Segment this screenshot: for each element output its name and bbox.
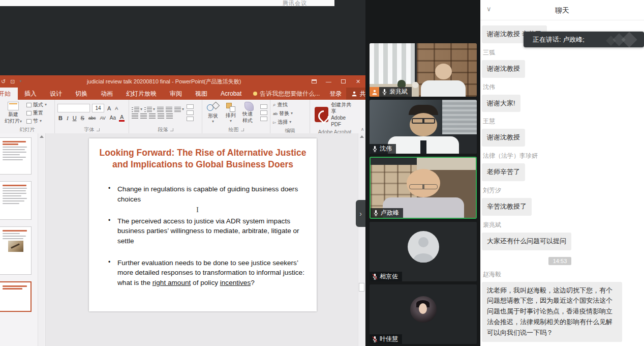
- shape-fill-button[interactable]: [260, 104, 267, 109]
- line-spacing-button[interactable]: ▾: [174, 107, 184, 112]
- font-size-box[interactable]: 14: [92, 104, 104, 112]
- mic-muted-icon: [372, 273, 378, 280]
- change-case-button[interactable]: Aa: [109, 115, 117, 121]
- convert-smartart-button[interactable]: [187, 117, 194, 121]
- scroll-up-icon[interactable]: [360, 135, 364, 138]
- video-panel-collapse-handle[interactable]: ›: [356, 200, 365, 227]
- slide-thumbnail-3[interactable]: [0, 226, 32, 275]
- chat-sender: 法律（法学）李珍妍: [483, 152, 638, 160]
- video-tile-shenwei[interactable]: 沈伟: [370, 100, 477, 154]
- font-name-box[interactable]: [57, 104, 90, 112]
- align-right-icon[interactable]: [149, 113, 156, 119]
- video-tile-peizhaobin[interactable]: 裴兆斌: [370, 43, 477, 97]
- increase-indent-icon[interactable]: [166, 107, 172, 112]
- minimize-button[interactable]: —: [321, 75, 336, 88]
- scroll-up-icon[interactable]: [40, 135, 44, 138]
- meeting-screen: 腾讯会议 ↺ ⊡ ▾ judicial review talk 20200810…: [0, 0, 644, 346]
- ribbon-display-options-button[interactable]: [306, 75, 321, 88]
- align-text-button[interactable]: [187, 110, 194, 115]
- reset-button[interactable]: 重置: [26, 109, 47, 117]
- sign-in-button[interactable]: 登录: [325, 88, 346, 100]
- new-slide-icon: [8, 102, 19, 110]
- align-center-icon[interactable]: [140, 113, 147, 119]
- shapes-button[interactable]: 形状▾: [205, 101, 221, 124]
- ribbon-group-editing: ⌕查找 ab替换▾ ▻选择▾ 编辑: [270, 100, 310, 133]
- underline-button[interactable]: U: [72, 115, 78, 121]
- shrink-font-button[interactable]: A: [114, 106, 119, 111]
- video-participants-column: 裴兆斌 沈伟 卢政峰: [365, 0, 480, 346]
- decrease-indent-icon[interactable]: [157, 107, 164, 112]
- font-color-button[interactable]: A: [119, 114, 125, 122]
- dialog-launcher-icon[interactable]: [241, 128, 244, 131]
- participant-name: 叶佳慧: [380, 335, 398, 343]
- bold-button[interactable]: B: [57, 115, 64, 121]
- strikethrough-button[interactable]: S: [80, 115, 85, 121]
- slide-thumbnail-4-selected[interactable]: [0, 281, 32, 312]
- text-direction-button[interactable]: [187, 104, 194, 109]
- grow-font-button[interactable]: A: [106, 105, 112, 111]
- tab-animations[interactable]: 动画: [94, 88, 119, 100]
- share-button[interactable]: 共享: [346, 88, 365, 100]
- shape-effects-button[interactable]: [260, 117, 267, 121]
- tab-slideshow[interactable]: 幻灯片放映: [119, 88, 163, 100]
- chat-timestamp: 14:53: [548, 257, 572, 265]
- chat-bubble: 谢谢沈教授: [482, 129, 525, 147]
- select-button[interactable]: ▻选择▾: [273, 119, 293, 126]
- italic-button[interactable]: I: [66, 115, 70, 121]
- numbering-button[interactable]: ▾: [144, 107, 155, 112]
- slideshow-icon[interactable]: ⊡: [10, 78, 15, 85]
- video-tile-yejiahui[interactable]: 叶佳慧: [370, 284, 477, 344]
- chat-bubble: 辛苦沈教授了: [482, 198, 532, 216]
- tab-insert[interactable]: 插入: [18, 88, 43, 100]
- slide-thumbnail-2[interactable]: [0, 181, 32, 220]
- create-share-pdf-button[interactable]: 创建并共享Adobe PDF: [313, 101, 357, 128]
- find-button[interactable]: ⌕查找: [273, 101, 293, 108]
- collapse-ribbon-button[interactable]: ∧: [359, 100, 365, 133]
- arrange-button[interactable]: 排列▾: [224, 102, 238, 124]
- undo-icon[interactable]: ↺: [1, 78, 6, 85]
- video-tile-xiangjingzuo[interactable]: 相京佐: [370, 222, 477, 281]
- new-slide-button[interactable]: 新建 幻灯片▾: [3, 101, 24, 125]
- maximize-button[interactable]: [336, 75, 351, 88]
- gavel-image-thumbnail: [8, 241, 23, 252]
- search-icon: ⌕: [273, 102, 276, 108]
- chat-bubble: 老师辛苦了: [482, 163, 525, 181]
- canvas-scrollbar[interactable]: [358, 133, 365, 346]
- align-left-icon[interactable]: [132, 113, 138, 119]
- tell-me-box[interactable]: 告诉我您想要做什么...: [248, 88, 325, 100]
- chat-message-list[interactable]: 谢谢沈教授 辛苦了 三狐 谢谢沈教授 沈伟 谢谢大家! 王慧 谢谢沈教授 法律（…: [480, 20, 644, 346]
- slide-editing-surface[interactable]: Looking Forward: The Rise of Alternative…: [89, 138, 317, 311]
- shape-outline-button[interactable]: [260, 110, 267, 115]
- tab-design[interactable]: 设计: [43, 88, 69, 100]
- bullets-button[interactable]: ▾: [132, 107, 142, 112]
- columns-icon[interactable]: [166, 113, 173, 119]
- chat-sender: 赵海毅: [483, 270, 638, 279]
- slide-body-text: Change in regulations is capable of guid…: [107, 184, 314, 288]
- qat-caret-icon[interactable]: ▾: [19, 79, 21, 83]
- slide-thumbnail-1[interactable]: [0, 137, 32, 175]
- tab-home[interactable]: 开始: [0, 88, 18, 100]
- close-button[interactable]: ✕: [351, 75, 365, 88]
- quick-styles-button[interactable]: 快速样式: [240, 101, 258, 124]
- tab-transitions[interactable]: 切换: [69, 88, 94, 100]
- layout-button[interactable]: 版式▾: [26, 101, 47, 108]
- quick-access-toolbar[interactable]: ↺ ⊡ ▾: [1, 78, 21, 85]
- character-spacing-button[interactable]: AV: [99, 116, 106, 121]
- arrange-icon: [226, 102, 236, 112]
- tab-acrobat[interactable]: Acrobat: [214, 88, 248, 100]
- clear-formatting-button[interactable]: abc: [87, 116, 97, 121]
- video-tile-luzhengfeng-speaking[interactable]: 卢政峰: [370, 157, 477, 219]
- replace-button[interactable]: ab替换▾: [273, 110, 293, 117]
- powerpoint-window: ↺ ⊡ ▾ judicial review talk 20200810 fina…: [0, 75, 365, 346]
- dialog-launcher-icon[interactable]: [97, 128, 100, 131]
- dialog-launcher-icon[interactable]: [170, 128, 173, 131]
- replace-icon: ab: [273, 111, 278, 116]
- section-button[interactable]: 节▾: [26, 118, 47, 125]
- participant-name: 卢政峰: [381, 209, 399, 217]
- tab-view[interactable]: 视图: [189, 88, 214, 100]
- tab-review[interactable]: 审阅: [163, 88, 189, 100]
- justify-icon[interactable]: [158, 113, 164, 119]
- slide-canvas[interactable]: Looking Forward: The Rise of Alternative…: [46, 133, 365, 346]
- thumbnail-scrollbar[interactable]: [38, 133, 45, 346]
- canvas-scroll-thumb[interactable]: [359, 283, 364, 292]
